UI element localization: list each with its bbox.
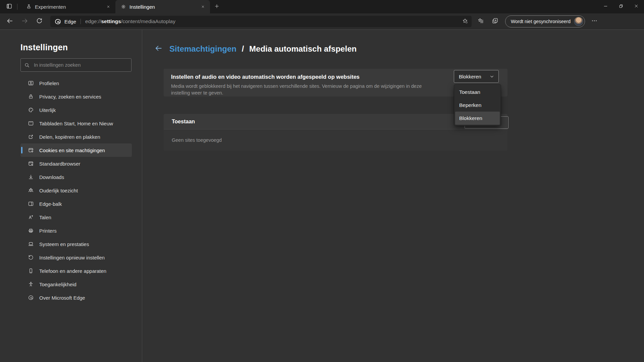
restore-button[interactable] — [613, 0, 629, 13]
settings-search-box[interactable] — [20, 58, 131, 72]
site-permissions-icon — [28, 147, 34, 153]
tab-close-button[interactable] — [105, 3, 112, 10]
forward-button[interactable] — [19, 16, 30, 27]
favorites-button[interactable] — [475, 16, 486, 27]
back-icon — [6, 17, 13, 26]
allow-section-title: Toestaan — [172, 119, 195, 125]
sidebar-item[interactable]: Edge-balk — [20, 197, 132, 210]
setting-description: Media wordt geblokkeerd bij het navigere… — [171, 83, 431, 96]
refresh-button[interactable] — [34, 16, 45, 27]
dropdown-option[interactable]: Beperken — [455, 99, 500, 112]
close-icon — [634, 3, 639, 10]
search-input[interactable] — [33, 62, 128, 68]
sidebar-item[interactable]: Tabbladen Start, Home en Nieuw — [20, 117, 132, 130]
url-text: edge://settings/content/mediaAutoplay — [85, 18, 459, 24]
new-tab-button[interactable] — [212, 2, 221, 11]
sync-profile-button[interactable]: Wordt niet gesynchroniseerd — [505, 15, 585, 27]
breadcrumb-parent-link[interactable]: Sitemachtigingen — [169, 44, 236, 53]
search-icon — [24, 62, 30, 68]
sidebar-item[interactable]: Standaardbrowser — [20, 157, 132, 170]
site-info-chip[interactable]: Edge — [54, 18, 76, 25]
sidebar-item[interactable]: Cookies en site machtigingen — [20, 143, 132, 157]
sync-status-label: Wordt niet gesynchroniseerd — [511, 19, 571, 24]
breadcrumb-separator: / — [242, 44, 244, 53]
dropdown-option[interactable]: Toestaan — [455, 85, 500, 99]
browser-tab[interactable]: Experimenten — [21, 0, 115, 13]
collections-button[interactable] — [490, 16, 500, 27]
sidebar-item[interactable]: Privacy, zoeken en services — [20, 90, 132, 103]
share-icon — [28, 134, 34, 140]
sidebar-item[interactable]: Instellingen opnieuw instellen — [20, 251, 132, 264]
sidebar-item[interactable]: Printers — [20, 224, 132, 237]
sidebar-menu: ProfielenPrivacy, zoeken en servicesUite… — [20, 76, 132, 304]
navigation-bar: Edge edge://settings/content/mediaAutopl… — [0, 13, 644, 30]
sidebar-item-label: Printers — [39, 228, 57, 234]
tab-title: Instellingen — [129, 4, 199, 10]
sidebar-item-label: Downloads — [39, 174, 64, 180]
page-header: Sitemachtigingen / Media automatisch afs… — [154, 44, 357, 54]
accessibility-icon — [28, 281, 34, 287]
dropdown-option[interactable]: Blokkeren — [455, 112, 500, 125]
download-icon — [28, 174, 34, 180]
sidebar-item-label: Over Microsoft Edge — [39, 295, 85, 301]
browser-window: ExperimentenInstellingen — [0, 0, 644, 362]
flask-icon — [26, 4, 32, 9]
sidebar-item-label: Edge-balk — [39, 201, 62, 207]
plus-icon — [214, 4, 219, 10]
sidebar-item-label: Systeem en prestaties — [39, 241, 89, 247]
breadcrumb-back-button[interactable] — [154, 44, 164, 54]
tab-actions-button[interactable] — [4, 2, 14, 11]
sidebar-item[interactable]: Delen, kopiëren en plakken — [20, 130, 132, 143]
autoplay-dropdown-menu: ToestaanBeperkenBlokkeren — [454, 84, 501, 126]
sidebar-item-label: Cookies en site machtigingen — [39, 147, 105, 153]
tab-title: Experimenten — [35, 4, 105, 10]
sidebar-item[interactable]: Downloads — [20, 170, 132, 184]
tab-close-button[interactable] — [199, 3, 207, 10]
tabs-icon — [28, 120, 34, 126]
sidebar-item-label: Ouderlijk toezicht — [39, 188, 78, 193]
chevron-down-icon — [489, 74, 494, 79]
sidebar-item[interactable]: Profielen — [20, 76, 132, 90]
autoplay-dropdown-button[interactable]: Blokkeren — [454, 70, 499, 83]
sidebar-item[interactable]: Systeem en prestaties — [20, 237, 132, 251]
favorites-star-icon — [477, 17, 484, 25]
sidebar-title: Instellingen — [20, 43, 142, 52]
sidebar-item[interactable]: Ouderlijk toezicht — [20, 184, 132, 197]
address-bar[interactable]: Edge edge://settings/content/mediaAutopl… — [50, 16, 472, 27]
restore-icon — [618, 3, 624, 10]
sidebar-item[interactable]: Uiterlijk — [20, 103, 132, 117]
profile-icon — [28, 80, 34, 86]
reset-icon — [28, 254, 34, 260]
selection-indicator — [21, 147, 22, 154]
sidebar-item-label: Toegankelijkheid — [39, 282, 76, 287]
settings-content: Sitemachtigingen / Media automatisch afs… — [143, 30, 644, 362]
sidebar-item-label: Uiterlijk — [39, 107, 56, 113]
tab-actions-icon — [6, 3, 12, 11]
sidebar-item[interactable]: Toegankelijkheid — [20, 278, 132, 291]
site-chip-label: Edge — [64, 19, 76, 24]
forward-icon — [21, 17, 28, 26]
edge-bar-icon — [28, 201, 34, 207]
sidebar-item[interactable]: Over Microsoft Edge — [20, 291, 132, 304]
back-arrow-icon — [155, 44, 163, 54]
sidebar-item-label: Tabbladen Start, Home en Nieuw — [39, 121, 113, 126]
settings-sidebar: Instellingen ProfielenPrivacy, zoeken en… — [0, 30, 142, 362]
add-favorite-button[interactable] — [462, 18, 468, 25]
edge-logo-icon — [28, 295, 34, 301]
sidebar-item-label: Telefoon en andere apparaten — [39, 268, 106, 274]
settings-and-more-button[interactable] — [589, 16, 600, 27]
tab-strip: ExperimentenInstellingen — [21, 0, 210, 13]
minimize-button[interactable] — [598, 0, 613, 13]
phone-icon — [28, 268, 34, 274]
sidebar-item[interactable]: Talen — [20, 210, 132, 224]
sidebar-item-label: Instellingen opnieuw instellen — [39, 255, 105, 260]
back-button[interactable] — [4, 16, 15, 27]
allow-section-body: Geen sites toegevoegd — [164, 129, 507, 151]
close-window-button[interactable] — [629, 0, 644, 13]
languages-icon — [28, 214, 34, 220]
sidebar-item-label: Talen — [39, 215, 51, 220]
browser-tab[interactable]: Instellingen — [115, 0, 210, 13]
sidebar-item-label: Standaardbrowser — [39, 161, 80, 167]
lock-icon — [28, 94, 34, 100]
sidebar-item[interactable]: Telefoon en andere apparaten — [20, 264, 132, 278]
